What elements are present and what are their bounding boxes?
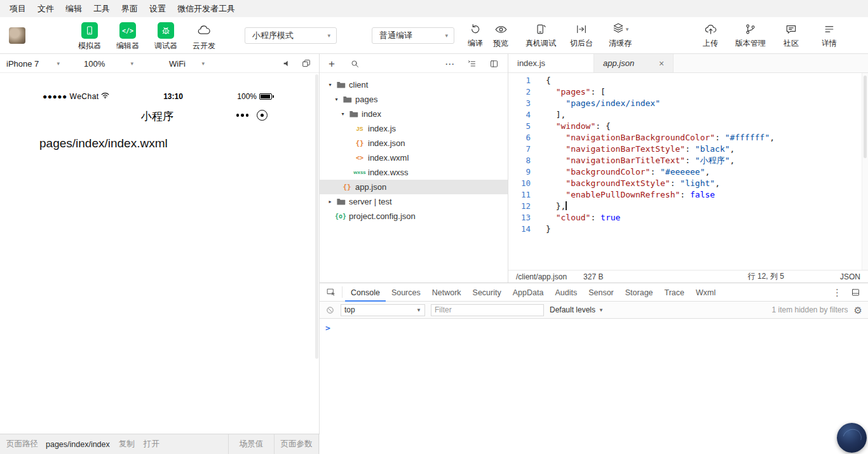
code-line[interactable]: 9 "backgroundColor": "#eeeeee", [508, 166, 862, 178]
expander-icon[interactable]: ▾ [332, 97, 341, 102]
menu-item-edit[interactable]: 编辑 [60, 0, 88, 17]
code-line[interactable]: 4 ], [508, 109, 862, 121]
tree-item-index-js[interactable]: JSindex.js [320, 121, 508, 136]
menu-item-project[interactable]: 项目 [4, 0, 32, 17]
devtools-tab-console[interactable]: Console [345, 283, 386, 302]
version-control-button[interactable]: 版本管理 [730, 22, 771, 49]
upload-button[interactable]: 上传 [695, 22, 726, 49]
switch-background-button[interactable]: 切后台 [564, 22, 599, 49]
tab-app-json[interactable]: app.json × [594, 54, 674, 72]
separate-window-icon[interactable] [301, 58, 311, 69]
copy-path-button[interactable]: 复制 [119, 439, 135, 450]
remote-debug-button[interactable]: 真机调试 [522, 22, 559, 49]
devtools-tab-wxml[interactable]: Wxml [690, 283, 721, 302]
console-filter-input[interactable] [431, 304, 544, 316]
tree-item-index-wxml[interactable]: <>index.wxml [320, 150, 508, 165]
clear-cache-button[interactable]: ▾ 清缓存 [602, 22, 638, 49]
cloud-dev-button[interactable]: 云开发 [190, 22, 218, 51]
tree-item-project-config-json[interactable]: {o}project.config.json [320, 209, 508, 224]
code-line[interactable]: 5 "window": { [508, 121, 862, 132]
tree-item-client[interactable]: ▾client [320, 77, 508, 92]
community-button[interactable]: 社区 [776, 22, 806, 49]
expander-icon[interactable]: ▾ [326, 82, 334, 88]
line-number: 14 [508, 224, 531, 235]
tab-index-js[interactable]: index.js [508, 54, 594, 72]
avatar[interactable] [9, 27, 25, 44]
expander-icon[interactable]: ▸ [326, 199, 334, 204]
language-mode[interactable]: JSON [840, 272, 860, 281]
log-levels-select[interactable]: Default levels ▼ [550, 305, 604, 314]
code-line[interactable]: 2 "pages": [ [508, 86, 862, 98]
debugger-button[interactable]: 调试器 [152, 22, 180, 51]
devtools-tab-network[interactable]: Network [426, 283, 467, 302]
simulator-scrollbar[interactable] [315, 74, 318, 359]
code-line[interactable]: 13 "cloud": true [508, 212, 862, 224]
dock-side-icon[interactable] [851, 288, 860, 297]
details-button[interactable]: 详情 [814, 22, 844, 49]
devtools-tab-appdata[interactable]: AppData [507, 283, 550, 302]
tree-item-index[interactable]: ▾index [320, 107, 508, 121]
close-capsule-icon[interactable] [257, 110, 268, 121]
tree-item-index-wxss[interactable]: wxssindex.wxss [320, 165, 508, 180]
expander-icon[interactable]: ▾ [339, 111, 347, 117]
devtools-tab-sensor[interactable]: Sensor [583, 283, 620, 302]
simulator-button[interactable]: 模拟器 [76, 22, 104, 51]
menu-item-file[interactable]: 文件 [32, 0, 60, 17]
code-line[interactable]: 11 "enablePullDownRefresh": false [508, 189, 862, 201]
scene-section[interactable]: 场景值 [229, 434, 275, 454]
devtools-tab-security[interactable]: Security [467, 283, 507, 302]
tree-item-label: index.wxss [368, 168, 409, 177]
gear-icon[interactable]: ⚙ [854, 305, 862, 315]
code-line[interactable]: 1{ [508, 75, 862, 86]
code-text: "pages/index/index" [546, 98, 660, 109]
kebab-menu-icon[interactable]: ⋮ [832, 288, 842, 297]
clear-console-icon[interactable] [325, 305, 335, 315]
devtools-tab-storage[interactable]: Storage [620, 283, 659, 302]
editor-button[interactable]: </> 编辑器 [114, 22, 142, 51]
line-number: 10 [508, 178, 531, 189]
code-line[interactable]: 6 "navigationBarBackgroundColor": "#ffff… [508, 132, 862, 144]
preview-button[interactable]: 预览 [484, 22, 517, 49]
zoom-select[interactable]: 100% ▾ [84, 54, 133, 73]
code-line[interactable]: 10 "backgroundTextStyle": "light", [508, 178, 862, 189]
inspect-element-icon[interactable] [323, 286, 342, 298]
tree-item-index-json[interactable]: {}index.json [320, 136, 508, 150]
context-select[interactable]: top ▼ [341, 304, 425, 316]
wechat-ball[interactable] [837, 423, 867, 453]
code-area[interactable]: 1{2 "pages": [3 "pages/index/index"4 ],5… [508, 73, 862, 270]
menu-item-tools[interactable]: 工具 [88, 0, 116, 17]
devtools-tab-audits[interactable]: Audits [549, 283, 583, 302]
menu-item-interface[interactable]: 界面 [116, 0, 144, 17]
code-line[interactable]: 14} [508, 224, 862, 235]
collapse-all-icon[interactable] [467, 59, 477, 69]
console-output[interactable]: > [320, 319, 868, 454]
page-params-section[interactable]: 页面参数 [275, 434, 319, 454]
devtools-tab-sources[interactable]: Sources [386, 283, 426, 302]
editor-layout-icon[interactable] [489, 59, 499, 69]
footer-bar: 页面路径 pages/index/index 复制 打开 场景值 页面参数 [0, 434, 320, 454]
device-select[interactable]: iPhone 7 ▾ [6, 54, 60, 73]
more-options-icon[interactable]: ⋯ [445, 59, 454, 69]
devtools-tab-trace[interactable]: Trace [659, 283, 691, 302]
more-menu-icon[interactable] [236, 114, 249, 117]
mode-select[interactable]: 小程序模式 ▾ [245, 27, 337, 44]
search-icon[interactable] [350, 59, 360, 69]
tree-item-app-json[interactable]: {}app.json [320, 180, 508, 194]
network-select[interactable]: WiFi ▾ [169, 54, 205, 73]
code-line[interactable]: 7 "navigationBarTextStyle": "black", [508, 144, 862, 155]
new-file-icon[interactable]: + [329, 58, 335, 69]
code-line[interactable]: 3 "pages/index/index" [508, 98, 862, 109]
code-line[interactable]: 8 "navigationBarTitleText": "小程序", [508, 155, 862, 166]
code-line[interactable]: 12 }, [508, 201, 862, 212]
editor-scrollbar[interactable] [862, 73, 868, 270]
sound-icon[interactable] [282, 58, 292, 69]
open-path-button[interactable]: 打开 [144, 439, 159, 450]
menu-item-devtools[interactable]: 微信开发者工具 [172, 0, 241, 17]
close-icon[interactable]: × [659, 58, 664, 69]
tree-item-server-test[interactable]: ▸server | test [320, 194, 508, 209]
editor-icon: </> [119, 22, 136, 39]
tree-item-pages[interactable]: ▾pages [320, 92, 508, 107]
compile-mode-select[interactable]: 普通编译 ▾ [372, 27, 454, 44]
page-path-section: 页面路径 pages/index/index 复制 打开 [0, 434, 229, 454]
menu-item-settings[interactable]: 设置 [144, 0, 172, 17]
